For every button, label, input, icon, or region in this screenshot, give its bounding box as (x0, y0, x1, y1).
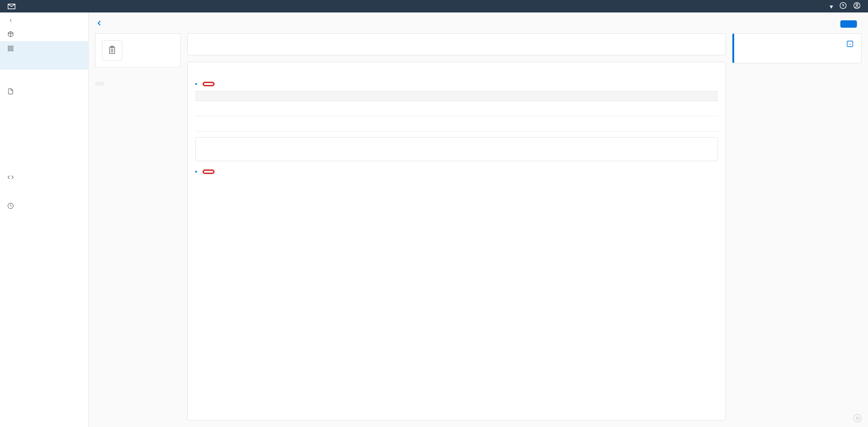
sidebar-item-apis[interactable] (0, 113, 88, 127)
table-row (195, 116, 718, 132)
sidebar-item-config[interactable] (0, 299, 88, 313)
cell-title (300, 116, 383, 132)
sidebar-item-lambdas[interactable] (0, 184, 88, 198)
sidebar-item-brokers[interactable] (0, 98, 88, 113)
sidebar-item-replica-sets[interactable] (0, 227, 88, 241)
payload-table (195, 91, 718, 132)
col-description (635, 91, 718, 101)
sidebar-item-secrets[interactable] (0, 270, 88, 284)
table-row (195, 101, 718, 116)
col-title (300, 91, 383, 101)
topic-item (195, 82, 718, 161)
sidebar-item-deployments[interactable] (0, 213, 88, 227)
cell-type (383, 116, 467, 132)
svg-point-0 (840, 2, 846, 8)
general-info-panel (187, 33, 726, 55)
context-tag[interactable] (95, 82, 104, 85)
svg-point-2 (856, 4, 858, 6)
content-header (89, 12, 868, 33)
cell-title (300, 101, 383, 116)
svg-rect-6 (11, 49, 13, 51)
col-format (467, 91, 551, 101)
code-icon (6, 174, 16, 180)
sidebar-item-catalog[interactable] (0, 55, 88, 70)
user-icon[interactable] (853, 2, 861, 11)
tabs (195, 69, 718, 75)
back-icon[interactable] (95, 19, 103, 29)
bullet-icon (195, 83, 197, 85)
doc-icon (6, 88, 16, 95)
col-name (195, 91, 300, 101)
brand-logo[interactable] (7, 3, 18, 10)
sidebar: ‹ (0, 12, 89, 427)
sidebar-item-permissions[interactable] (0, 127, 88, 141)
sidebar-item-back-home[interactable]: ‹ (0, 12, 88, 27)
chevron-down-icon: ▾ (830, 3, 833, 10)
watermark: 创 (853, 414, 863, 422)
chevron-left-icon: ‹ (6, 16, 16, 24)
col-type (383, 91, 467, 101)
svg-rect-4 (11, 46, 13, 48)
clipboard-icon (102, 40, 122, 60)
sidebar-item-overview[interactable] (0, 27, 88, 41)
cell-format (467, 101, 551, 116)
cell-description (635, 101, 718, 116)
cell-description (635, 116, 718, 132)
cube-icon (6, 31, 16, 37)
help-icon[interactable] (839, 2, 847, 11)
service-card (95, 33, 181, 67)
sidebar-item-service-management[interactable] (0, 41, 88, 55)
sidebar-item-configuration[interactable] (0, 84, 88, 98)
user-menu[interactable]: ▾ (828, 3, 833, 10)
bullet-icon (195, 171, 197, 173)
cell-default (551, 101, 634, 116)
sidebar-item-operation[interactable] (0, 198, 88, 213)
sidebar-item-config-maps[interactable] (0, 156, 88, 170)
topic-item (195, 169, 718, 174)
sidebar-item-development[interactable] (0, 170, 88, 184)
sidebar-item-resources[interactable] (0, 141, 88, 156)
cell-default (551, 116, 634, 132)
api-panel (187, 62, 726, 421)
sidebar-item-instances[interactable] (0, 70, 88, 84)
highlight-annotation (203, 82, 215, 86)
info-icon (846, 40, 854, 49)
grid-icon (6, 45, 16, 52)
col-default (551, 91, 634, 101)
note-panel (732, 33, 862, 63)
topbar: ▾ (0, 0, 868, 12)
example-box (195, 137, 718, 161)
add-once-button[interactable] (840, 20, 857, 28)
cell-type (383, 101, 467, 116)
sidebar-item-services[interactable] (0, 256, 88, 270)
cell-format (467, 116, 551, 132)
svg-rect-3 (8, 46, 10, 48)
svg-rect-5 (8, 49, 10, 51)
envelope-icon (7, 3, 16, 10)
sidebar-item-graphql[interactable] (0, 284, 88, 299)
sidebar-item-pods[interactable] (0, 241, 88, 256)
highlight-annotation (203, 169, 215, 174)
dashboard-icon (6, 203, 16, 209)
